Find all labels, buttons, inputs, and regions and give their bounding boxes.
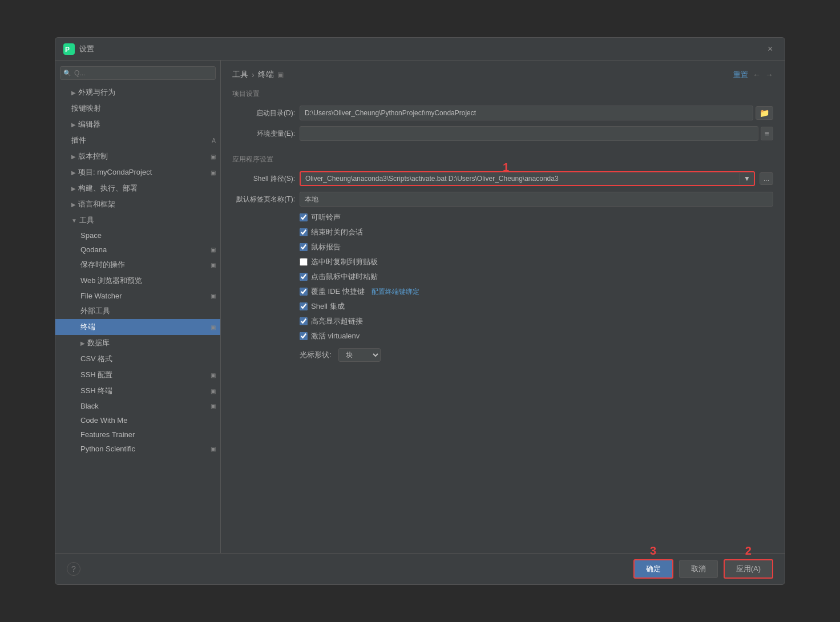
env-vars-row: 环境变量(E): ≡ (232, 126, 773, 141)
ok-button[interactable]: 确定 (633, 559, 673, 579)
sidebar-item-database[interactable]: ▶ 数据库 (55, 335, 220, 351)
search-input[interactable] (60, 66, 216, 80)
shell-integration-checkbox[interactable] (300, 302, 308, 310)
close-button[interactable]: × (768, 45, 777, 54)
audible-bell-checkbox[interactable] (300, 213, 308, 221)
shell-path-more-button[interactable]: ... (760, 172, 773, 185)
forward-arrow[interactable]: → (765, 70, 773, 79)
sidebar-item-language[interactable]: ▶ 语言和框架 (55, 196, 220, 212)
shell-path-label: Shell 路径(S): (232, 174, 295, 184)
mouse-report-checkbox[interactable] (300, 243, 308, 251)
env-vars-input[interactable] (300, 126, 758, 141)
sidebar-item-plugins[interactable]: 插件 A (55, 132, 220, 148)
sidebar-item-ssh-terminal[interactable]: SSH 终端 ▣ (55, 383, 220, 399)
python-scientific-icon: ▣ (211, 446, 216, 452)
configure-terminal-link[interactable]: 配置终端键绑定 (371, 287, 419, 297)
project-section-title: 项目设置 (232, 89, 773, 99)
cursor-shape-row: 光标形状: 块 下划线 竖线 (300, 348, 773, 362)
startup-dir-folder-button[interactable]: 📁 (756, 106, 773, 120)
plugin-icon: A (212, 138, 216, 144)
shell-path-row: 1 Shell 路径(S): ▼ ... (232, 171, 773, 186)
save-actions-icon: ▣ (211, 262, 216, 268)
back-arrow[interactable]: ← (753, 70, 761, 79)
shell-integration-label: Shell 集成 (311, 301, 345, 312)
vcs-icon: ▣ (211, 154, 216, 160)
sidebar-item-external-tools[interactable]: 外部工具 (55, 303, 220, 319)
sidebar-item-file-watcher[interactable]: File Watcher ▣ (55, 289, 220, 303)
shell-path-container: ▼ (300, 171, 755, 186)
highlight-links-label: 高亮显示超链接 (311, 316, 363, 326)
sidebar-item-tools[interactable]: ▼ 工具 (55, 212, 220, 228)
settings-dialog: P 设置 × 🔍 ▶ 外观与行为 按键映射 ▶ 编辑器 (55, 37, 785, 585)
breadcrumb-current: 终端 (258, 70, 274, 80)
checkbox-shell-integration: Shell 集成 (300, 301, 773, 312)
shell-path-dropdown-button[interactable]: ▼ (740, 173, 754, 184)
sidebar-item-terminal[interactable]: 终端 ▣ (55, 319, 220, 335)
sidebar-item-features-trainer[interactable]: Features Trainer (55, 427, 220, 442)
override-ide-label: 覆盖 IDE 快捷键 (311, 286, 365, 297)
highlight-links-checkbox[interactable] (300, 317, 308, 325)
startup-dir-row: 启动目录(D): 📁 (232, 106, 773, 120)
reset-link[interactable]: 重置 (733, 70, 748, 80)
close-on-exit-checkbox[interactable] (300, 228, 308, 236)
paste-middle-click-checkbox[interactable] (300, 273, 308, 281)
breadcrumb-actions: 重置 ← → (733, 70, 773, 80)
checkbox-highlight-links: 高亮显示超链接 (300, 316, 773, 326)
sidebar-item-space[interactable]: Space (55, 228, 220, 243)
expand-icon: ▼ (71, 217, 77, 224)
expand-icon: ▶ (71, 169, 76, 176)
copy-on-select-checkbox[interactable] (300, 258, 308, 266)
hint-2: 2 (745, 544, 752, 558)
expand-icon: ▶ (71, 154, 76, 160)
cursor-shape-select[interactable]: 块 下划线 竖线 (338, 348, 381, 362)
sidebar-item-keymap[interactable]: 按键映射 (55, 100, 220, 116)
env-vars-list-button[interactable]: ≡ (761, 127, 773, 140)
sidebar-item-appearance[interactable]: ▶ 外观与行为 (55, 84, 220, 100)
sidebar-item-csv[interactable]: CSV 格式 (55, 351, 220, 367)
paste-middle-click-label: 点击鼠标中键时粘贴 (311, 272, 378, 282)
breadcrumb-divider-icon: ▣ (277, 71, 284, 79)
sidebar-item-web-browser[interactable]: Web 浏览器和预览 (55, 273, 220, 289)
qodana-icon: ▣ (211, 247, 216, 253)
apply-button[interactable]: 应用(A) (724, 559, 773, 579)
breadcrumb-parent: 工具 (232, 70, 248, 80)
svg-text:P: P (65, 46, 70, 54)
hint-3: 3 (650, 544, 656, 558)
breadcrumb-left: 工具 › 终端 ▣ (232, 70, 284, 80)
help-button[interactable]: ? (67, 562, 80, 576)
expand-icon: ▶ (71, 201, 76, 208)
checkbox-close-on-exit: 结束时关闭会话 (300, 227, 773, 237)
sidebar-item-code-with-me[interactable]: Code With Me (55, 413, 220, 427)
sidebar-item-build[interactable]: ▶ 构建、执行、部署 (55, 180, 220, 196)
main-panel: 工具 › 终端 ▣ 重置 ← → 项目设置 启动目录(D): 📁 (221, 60, 785, 553)
mouse-report-label: 鼠标报告 (311, 242, 341, 252)
activate-virtualenv-checkbox[interactable] (300, 332, 308, 340)
startup-dir-input[interactable] (300, 106, 753, 120)
sidebar: 🔍 ▶ 外观与行为 按键映射 ▶ 编辑器 插件 A ▶ 版本控制 (55, 60, 221, 553)
cancel-button[interactable]: 取消 (679, 560, 718, 578)
checkbox-activate-virtualenv: 激活 virtualenv (300, 331, 773, 341)
default-tab-input[interactable] (300, 192, 773, 207)
sidebar-item-project[interactable]: ▶ 项目: myCondaProject ▣ (55, 164, 220, 180)
activate-virtualenv-label: 激活 virtualenv (311, 331, 360, 341)
default-tab-row: 默认标签页名称(T): (232, 192, 773, 207)
project-icon: ▣ (211, 169, 216, 176)
breadcrumb-separator: › (252, 70, 255, 79)
sidebar-item-vcs[interactable]: ▶ 版本控制 ▣ (55, 148, 220, 164)
copy-on-select-label: 选中时复制到剪贴板 (311, 257, 378, 267)
search-box[interactable]: 🔍 (60, 66, 216, 80)
default-tab-label: 默认标签页名称(T): (232, 195, 295, 204)
breadcrumb: 工具 › 终端 ▣ 重置 ← → (232, 70, 773, 80)
content-area: 🔍 ▶ 外观与行为 按键映射 ▶ 编辑器 插件 A ▶ 版本控制 (55, 60, 785, 553)
shell-path-input[interactable] (301, 172, 740, 185)
sidebar-item-editor[interactable]: ▶ 编辑器 (55, 116, 220, 132)
footer-buttons: 3 确定 取消 2 应用(A) (633, 559, 773, 579)
sidebar-item-ssh-config[interactable]: SSH 配置 ▣ (55, 367, 220, 383)
override-ide-checkbox[interactable] (300, 288, 308, 296)
sidebar-item-qodana[interactable]: Qodana ▣ (55, 243, 220, 257)
sidebar-item-black[interactable]: Black ▣ (55, 399, 220, 413)
checkboxes-container: 可听铃声 结束时关闭会话 鼠标报告 选中时复制到剪贴板 点击鼠标中键时粘贴 (300, 212, 773, 346)
audible-bell-label: 可听铃声 (311, 212, 341, 223)
sidebar-item-python-scientific[interactable]: Python Scientific ▣ (55, 442, 220, 456)
sidebar-item-save-actions[interactable]: 保存时的操作 ▣ (55, 257, 220, 273)
